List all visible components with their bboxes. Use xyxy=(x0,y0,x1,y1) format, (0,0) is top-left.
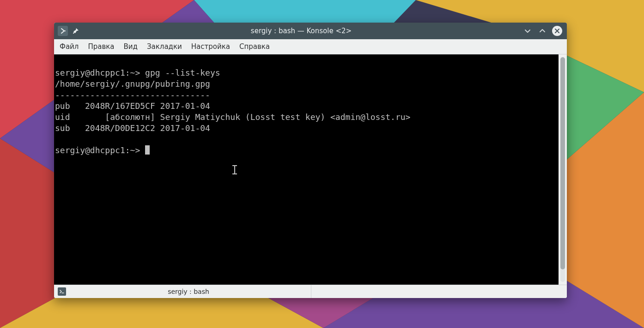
tabbar: sergiy : bash xyxy=(54,285,567,298)
prompt: sergiy@dhcppc1:~> xyxy=(55,68,145,78)
menu-settings[interactable]: Настройка xyxy=(191,42,230,51)
terminal-cursor xyxy=(145,145,150,155)
titlebar-right xyxy=(522,26,567,36)
scrollbar[interactable] xyxy=(559,54,567,285)
maximize-button[interactable] xyxy=(537,26,547,36)
terminal-icon xyxy=(58,287,66,296)
window-title: sergiy : bash — Konsole <2> xyxy=(80,27,522,35)
terminal-tab[interactable]: sergiy : bash xyxy=(54,285,311,298)
menu-view[interactable]: Вид xyxy=(124,42,138,51)
menu-file[interactable]: Файл xyxy=(60,42,79,51)
menu-bookmarks[interactable]: Закладки xyxy=(147,42,182,51)
pin-icon[interactable] xyxy=(72,27,80,35)
minimize-button[interactable] xyxy=(522,26,533,36)
output-line: /home/sergiy/.gnupg/pubring.gpg xyxy=(55,79,210,89)
app-menu-button[interactable] xyxy=(58,26,68,36)
konsole-window: sergiy : bash — Konsole <2> Файл Правка … xyxy=(54,23,567,298)
output-line: pub 2048R/167ED5CF 2017-01-04 xyxy=(55,101,210,111)
output-line: uid [абсолютн] Sergiy Matiychuk (Losst t… xyxy=(55,112,410,122)
desktop-root: sergiy : bash — Konsole <2> Файл Правка … xyxy=(0,0,644,328)
window-titlebar: sergiy : bash — Konsole <2> xyxy=(54,23,567,39)
command-text: gpg --list-keys xyxy=(145,68,220,78)
titlebar-left xyxy=(54,26,80,36)
close-button[interactable] xyxy=(552,26,562,36)
output-line: ------------------------------- xyxy=(55,90,210,100)
menu-help[interactable]: Справка xyxy=(239,42,270,51)
menu-edit[interactable]: Правка xyxy=(88,42,114,51)
prompt: sergiy@dhcppc1:~> xyxy=(55,145,145,155)
terminal[interactable]: sergiy@dhcppc1:~> gpg --list-keys /home/… xyxy=(54,54,559,285)
text-cursor-icon xyxy=(232,165,237,174)
scrollbar-thumb[interactable] xyxy=(560,57,565,269)
tab-label: sergiy : bash xyxy=(70,288,307,295)
menubar: Файл Правка Вид Закладки Настройка Справ… xyxy=(54,39,567,54)
svg-line-11 xyxy=(73,32,75,33)
output-line: sub 2048R/D0DE12C2 2017-01-04 xyxy=(55,123,210,133)
terminal-wrap: sergiy@dhcppc1:~> gpg --list-keys /home/… xyxy=(54,54,567,285)
